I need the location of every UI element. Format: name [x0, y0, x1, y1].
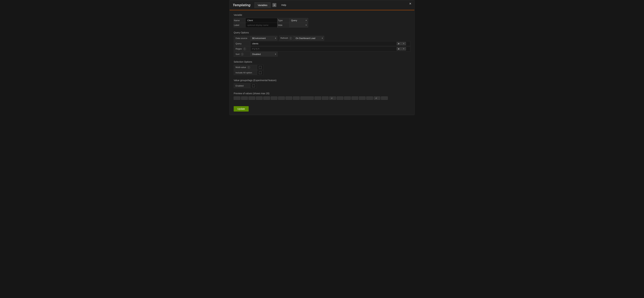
enabled-label: Enabled	[234, 83, 250, 88]
close-button[interactable]: ×	[409, 2, 411, 5]
preview-tag	[248, 96, 255, 100]
value-groups-title: Value groups/tags (Experimental feature)	[234, 79, 410, 82]
sort-select[interactable]: Disabled Alphabetical (asc) Alphabetical…	[250, 52, 278, 56]
regex-input[interactable]	[250, 46, 397, 51]
datasource-select-wrapper: $Environment default	[250, 36, 278, 41]
query-run-button[interactable]: ▶	[397, 42, 401, 45]
multi-value-label: Multi-value ℹ	[234, 65, 257, 70]
name-input-cell	[246, 18, 278, 23]
update-button[interactable]: Update	[234, 106, 249, 112]
tab-help[interactable]: Help	[278, 2, 289, 8]
include-all-label: Include All option	[234, 70, 257, 75]
preview-tag: cl	[374, 96, 380, 100]
label-row: Label Hide Label Variable	[234, 23, 308, 27]
label-input-cell	[246, 23, 278, 27]
preview-tag	[359, 96, 366, 100]
selection-options-title: Selection Options	[234, 60, 410, 63]
variable-table: Name Type Query Custom Constant Datasour…	[234, 18, 308, 27]
query-row: Query ▶ ✕	[234, 41, 410, 46]
regex-input-cell: ▶ ✕	[250, 46, 410, 51]
preview-tag	[381, 96, 388, 100]
multi-value-row: Multi-value ℹ	[234, 65, 410, 70]
preview-tag	[263, 96, 270, 100]
query-options-section: Query Options Data source $Environment d…	[234, 31, 410, 57]
modal-body: Variable Name Type Query Custom Constant	[230, 10, 414, 115]
preview-tag	[278, 96, 285, 100]
preview-tag	[271, 96, 278, 100]
sort-select-cell: Disabled Alphabetical (asc) Alphabetical…	[250, 52, 278, 57]
hide-select[interactable]: Label Variable	[290, 23, 308, 27]
multi-value-checkbox[interactable]	[259, 66, 262, 69]
regex-info-icon: ℹ	[243, 47, 246, 50]
type-label: Type	[278, 18, 289, 23]
query-options-title: Query Options	[234, 31, 410, 34]
preview-tag: cl	[329, 96, 336, 100]
preview-tag	[322, 96, 328, 100]
tab-bar: Variables ⊞ Help	[254, 2, 289, 8]
enabled-checkbox[interactable]	[252, 85, 255, 87]
regex-clear-button[interactable]: ✕	[402, 47, 406, 50]
include-all-checkbox[interactable]	[259, 71, 262, 74]
variable-section: Variable Name Type Query Custom Constant	[234, 14, 410, 27]
preview-tag	[234, 96, 240, 100]
preview-tag	[344, 96, 351, 100]
selection-options-section: Selection Options Multi-value ℹ Include …	[234, 60, 410, 75]
label-input[interactable]	[246, 23, 277, 27]
preview-tags: cl cl	[234, 96, 410, 100]
query-actions: ▶ ✕	[397, 42, 406, 45]
templating-modal: Templating Variables ⊞ Help × Variable N…	[230, 0, 414, 115]
enabled-checkbox-cell	[250, 83, 257, 88]
datasource-label: Data source	[234, 36, 250, 41]
preview-tag	[241, 96, 248, 100]
regex-actions: ▶ ✕	[397, 47, 406, 50]
preview-section: Preview of values (shows max 20) cl	[234, 92, 410, 100]
sort-row: Sort ℹ Disabled Alphabetical (asc) Alpha…	[234, 52, 410, 57]
refresh-select-wrapper: Never On Dashboard Load On Time Range Ch…	[294, 36, 324, 41]
include-all-checkbox-cell	[257, 70, 264, 75]
datasource-select[interactable]: $Environment default	[250, 36, 278, 41]
preview-tag	[293, 96, 300, 100]
regex-run-button[interactable]: ▶	[397, 47, 401, 50]
type-select-wrapper: Query Custom Constant Datasource Interva…	[290, 18, 308, 23]
sort-label: Sort ℹ	[234, 52, 250, 57]
name-label: Name	[234, 18, 246, 23]
query-input-cell: ▶ ✕	[250, 41, 410, 46]
multi-value-info-icon: ℹ	[248, 66, 250, 69]
preview-tag	[286, 96, 292, 100]
regex-label: Regex ℹ	[234, 46, 250, 51]
modal-header: Templating Variables ⊞ Help ×	[230, 0, 414, 10]
preview-tag	[300, 96, 314, 100]
preview-tag	[352, 96, 358, 100]
preview-title: Preview of values (shows max 20)	[234, 92, 410, 95]
preview-tag	[337, 96, 343, 100]
sort-info-icon: ℹ	[241, 53, 244, 56]
datasource-row: Data source $Environment default Refresh…	[234, 36, 410, 41]
refresh-info-icon: ℹ	[289, 37, 292, 40]
preview-tag	[256, 96, 262, 100]
variable-section-title: Variable	[234, 14, 410, 16]
query-clear-button[interactable]: ✕	[402, 42, 406, 45]
hide-select-cell: Label Variable	[289, 23, 308, 27]
preview-tag	[314, 96, 321, 100]
include-all-row: Include All option	[234, 70, 410, 75]
multi-value-checkbox-cell	[257, 65, 264, 70]
enabled-row: Enabled	[234, 83, 410, 88]
name-row: Name Type Query Custom Constant Datasour…	[234, 18, 308, 23]
tab-variables[interactable]: Variables	[254, 2, 270, 8]
type-select[interactable]: Query Custom Constant Datasource Interva…	[290, 18, 308, 23]
sort-select-wrapper: Disabled Alphabetical (asc) Alphabetical…	[250, 52, 278, 56]
type-select-cell: Query Custom Constant Datasource Interva…	[289, 18, 308, 23]
query-input[interactable]	[250, 41, 397, 46]
label-label: Label	[234, 23, 246, 27]
preview-tag	[366, 96, 373, 100]
hide-label: Hide	[278, 23, 289, 27]
regex-row: Regex ℹ ▶ ✕	[234, 46, 410, 51]
tab-icon[interactable]: ⊞	[270, 2, 278, 8]
name-input[interactable]	[246, 18, 277, 23]
value-groups-section: Value groups/tags (Experimental feature)…	[234, 79, 410, 88]
hide-select-wrapper: Label Variable	[290, 23, 308, 27]
modal-title: Templating	[233, 3, 250, 7]
refresh-label: Refresh ℹ	[279, 36, 294, 41]
refresh-select[interactable]: Never On Dashboard Load On Time Range Ch…	[294, 36, 324, 41]
query-label: Query	[234, 41, 250, 46]
